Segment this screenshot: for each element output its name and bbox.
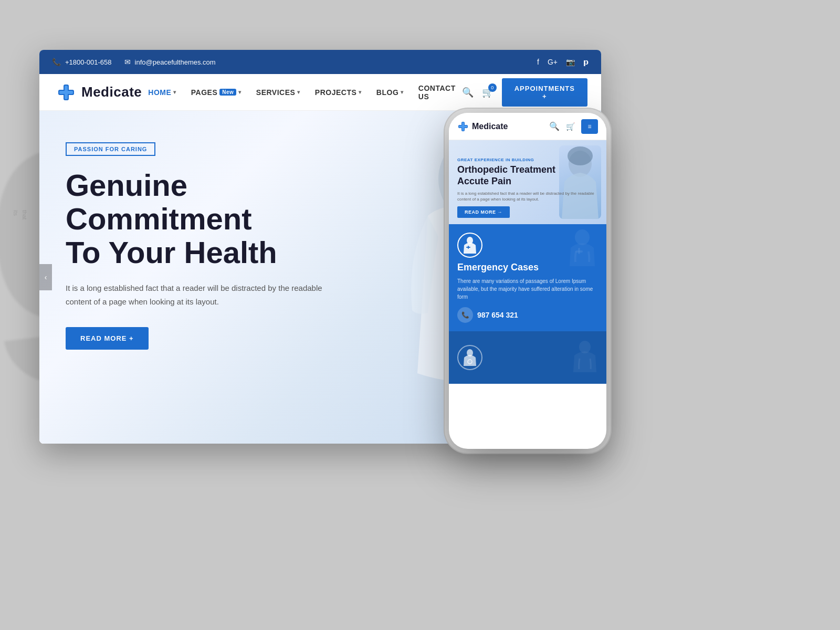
home-chevron-icon: ▾ [173,89,176,95]
svg-rect-3 [59,91,73,94]
phone-logo-cross-icon [457,121,469,132]
phone-emergency-section: Emergency Cases There are many variation… [449,224,606,331]
read-more-button[interactable]: READ MORE + [66,327,149,350]
nav-blog-label: BLOG [376,88,398,97]
phone-hero-image: GREAT EXPERIENCE IN BUILDING Orthopedic … [449,140,606,224]
pinterest-icon[interactable]: 𝗽 [583,58,589,66]
logo[interactable]: Medicate [56,82,142,102]
logo-text: Medicate [81,84,142,100]
phone-nav-actions: 🔍 🛒 ≡ [549,119,598,134]
nav-bar: Medicate HOME ▾ PAGES New ▾ SERVICES ▾ P… [39,74,601,111]
hero-title-line2: To Your Health [66,235,277,269]
phone-logo: Medicate [457,121,508,132]
pages-new-badge: New [219,89,236,96]
phone-hero-tag: GREAT EXPERIENCE IN BUILDING [457,158,598,162]
nav-pages[interactable]: PAGES New ▾ [185,84,248,101]
projects-chevron-icon: ▾ [359,89,362,95]
svg-rect-16 [575,250,583,253]
pages-chevron-icon: ▾ [238,89,242,95]
search-button[interactable]: 🔍 [462,87,474,98]
phone-hero-overlay: GREAT EXPERIENCE IN BUILDING Orthopedic … [449,151,606,224]
nav-services[interactable]: SERVICES ▾ [250,84,307,101]
phone-read-more-label: READ MORE → [465,209,502,215]
appointments-label: APPOINTMENTS + [514,85,575,100]
cart-badge: 0 [488,83,497,92]
phone-number: +1800-001-658 [65,58,112,66]
nav-pages-label: PAGES [191,88,217,97]
phone-logo-text: Medicate [472,122,508,131]
nav-projects-label: PROJECTS [315,88,356,97]
logo-cross-icon [56,82,76,102]
nav-blog[interactable]: BLOG ▾ [370,84,410,101]
top-bar-left: 📞 +1800-001-658 ✉ info@peacefulthemes.co… [52,58,216,66]
top-bar: 📞 +1800-001-658 ✉ info@peacefulthemes.co… [39,50,601,74]
phone-item: 📞 +1800-001-658 [52,58,112,66]
side-text: that its [10,210,29,219]
email-icon: ✉ [124,58,131,66]
cart-button[interactable]: 🛒 0 [482,87,494,98]
phone-hero-desc: It is a long established fact that a rea… [457,191,598,202]
instagram-icon[interactable]: 📷 [566,58,575,66]
blog-chevron-icon: ▾ [401,89,404,95]
facebook-icon[interactable]: f [537,58,539,66]
emergency-phone-number: 987 654 321 [477,311,518,319]
emergency-phone: 📞 987 654 321 [457,307,598,323]
passion-tag: PASSION FOR CARING [66,142,155,156]
social-icons: f G+ 📷 𝗽 [537,58,589,66]
phone-read-more-button[interactable]: READ MORE → [457,206,510,218]
emergency-description: There are many variations of passages of… [457,277,598,301]
nav-contact[interactable]: CONTACT US [412,80,462,105]
mobile-phone: Medicate 🔍 🛒 ≡ GREAT EXPERIENCE IN BUILD… [449,113,606,449]
phone-cart-icon[interactable]: 🛒 [566,122,575,131]
email-item: ✉ info@peacefulthemes.com [124,58,216,66]
phone-hero-title-line1: Orthopedic Treatment [457,164,555,175]
phone-next-section [449,331,606,384]
chevron-left-icon: ‹ [45,273,47,281]
emergency-doctor-icon [457,233,482,258]
phone-search-icon[interactable]: 🔍 [549,121,560,131]
emergency-bg-doctor-icon [566,229,598,272]
phone-call-icon: 📞 [457,307,473,323]
svg-rect-11 [459,125,467,128]
nav-home-label: HOME [148,88,171,97]
email-address: info@peacefulthemes.com [135,58,216,66]
svg-rect-19 [466,247,470,248]
phone-hero-title: Orthopedic Treatment Accute Pain [457,164,598,187]
nav-contact-label: CONTACT US [418,84,456,101]
phone-header: Medicate 🔍 🛒 ≡ [449,113,606,140]
services-chevron-icon: ▾ [297,89,300,95]
appointments-button[interactable]: APPOINTMENTS + [502,78,587,107]
hero-content: PASSION FOR CARING Genuine Commitment To… [39,111,396,381]
hero-title: Genuine Commitment To Your Health [66,169,370,269]
nav-actions: 🔍 🛒 0 APPOINTMENTS + [462,78,587,107]
nav-links: HOME ▾ PAGES New ▾ SERVICES ▾ PROJECTS ▾… [142,80,461,105]
next-section-doctor-icon [457,345,482,370]
google-plus-icon[interactable]: G+ [548,58,558,66]
phone-icon: 📞 [52,58,61,66]
slider-prev-arrow[interactable]: ‹ [39,264,52,290]
nav-home[interactable]: HOME ▾ [142,84,183,101]
next-section-doctor-icon-right [572,341,598,374]
svg-point-14 [575,229,590,245]
hero-description: It is a long established fact that a rea… [66,281,339,308]
nav-services-label: SERVICES [256,88,296,97]
phone-hero-title-line2: Accute Pain [457,176,511,186]
nav-projects[interactable]: PROJECTS ▾ [309,84,368,101]
read-more-label: READ MORE + [80,334,134,342]
hamburger-lines: ≡ [587,123,591,130]
hero-title-line1: Genuine Commitment [66,168,251,236]
phone-hamburger-icon[interactable]: ≡ [581,119,598,134]
